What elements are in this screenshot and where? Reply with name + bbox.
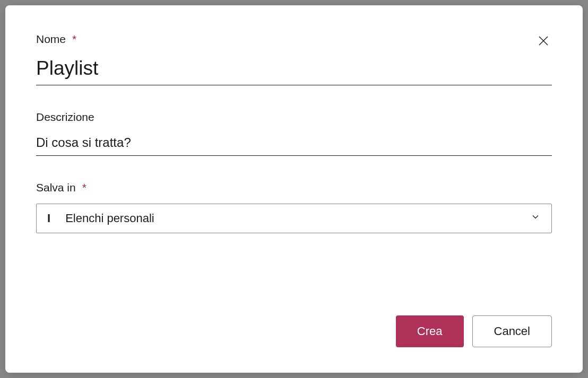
close-button[interactable]: [535, 33, 552, 50]
dropdown-value: Elenchi personali: [65, 212, 154, 225]
save-in-dropdown[interactable]: I Elenchi personali: [36, 204, 552, 233]
save-in-label: Salva in *: [36, 181, 552, 194]
name-label: Nome *: [36, 33, 552, 46]
name-label-text: Nome: [36, 33, 66, 46]
save-in-required-mark: *: [82, 181, 87, 194]
name-input[interactable]: [36, 55, 552, 85]
dropdown-prefix: I: [47, 212, 50, 225]
save-in-field-group: Salva in * I Elenchi personali: [36, 181, 552, 233]
dialog-button-row: Crea Cancel: [396, 315, 552, 347]
chevron-down-icon: [530, 212, 541, 225]
create-button[interactable]: Crea: [396, 315, 464, 347]
description-label-text: Descrizione: [36, 111, 94, 124]
name-field-group: Nome *: [36, 33, 552, 85]
description-input[interactable]: [36, 133, 552, 156]
create-playlist-dialog: Nome * Descrizione Salva in * I Elenchi …: [5, 5, 583, 373]
name-required-mark: *: [72, 33, 76, 46]
save-in-label-text: Salva in: [36, 181, 76, 194]
description-label: Descrizione: [36, 111, 552, 124]
dropdown-left: I Elenchi personali: [47, 212, 154, 225]
close-icon: [537, 34, 550, 49]
cancel-button[interactable]: Cancel: [472, 315, 552, 347]
description-field-group: Descrizione: [36, 111, 552, 156]
